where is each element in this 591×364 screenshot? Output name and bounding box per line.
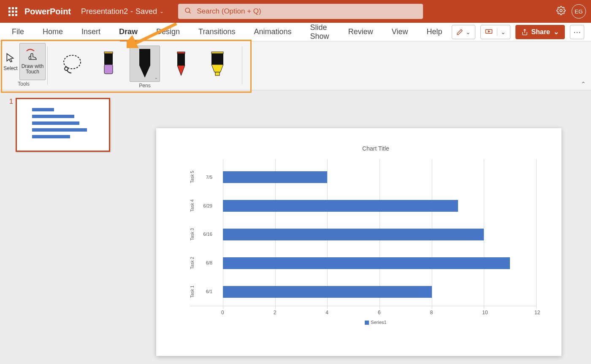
document-title[interactable]: Presentation2 - Saved ⌄ <box>81 7 164 16</box>
svg-rect-16 <box>177 54 185 65</box>
svg-rect-21 <box>215 72 220 75</box>
x-tick: 12 <box>534 310 540 315</box>
user-avatar[interactable]: EG <box>572 4 586 19</box>
workspace: 1 Chart Title Task 57/5Task 46/29Task 36… <box>0 90 591 364</box>
chart-legend: Series1 <box>215 320 536 325</box>
app-name: PowerPoint <box>24 7 71 16</box>
x-tick: 4 <box>325 310 328 315</box>
svg-marker-14 <box>139 65 150 78</box>
y-category: Task 4 <box>190 200 195 212</box>
chevron-down-icon: ⌄ <box>501 29 506 35</box>
svg-point-2 <box>560 9 562 12</box>
svg-point-8 <box>65 67 68 70</box>
chart-bar <box>223 257 510 269</box>
tools-group-label: Tools <box>18 80 30 88</box>
lasso-select-tool[interactable] <box>57 46 87 82</box>
y-category: Task 2 <box>190 257 195 269</box>
slide-thumbnail[interactable] <box>16 98 110 152</box>
svg-rect-12 <box>139 49 150 51</box>
eraser-tool[interactable] <box>93 46 124 82</box>
y-category: Task 1 <box>190 286 195 298</box>
y-subcategory: 6/1 <box>198 289 212 294</box>
select-tool[interactable]: Select <box>2 43 19 80</box>
share-button[interactable]: Share ⌄ <box>515 25 565 39</box>
svg-rect-13 <box>139 51 150 65</box>
title-bar: PowerPoint Presentation2 - Saved ⌄ Searc… <box>0 0 591 23</box>
chevron-down-icon: ⌄ <box>160 8 164 14</box>
y-category: Task 3 <box>190 228 195 240</box>
tab-draw[interactable]: Draw <box>110 23 147 41</box>
svg-marker-20 <box>211 65 223 72</box>
svg-rect-19 <box>211 54 223 65</box>
y-category: Task 5 <box>190 171 195 183</box>
slide[interactable]: Chart Title Task 57/5Task 46/29Task 36/1… <box>156 128 561 356</box>
svg-point-0 <box>185 8 190 13</box>
svg-marker-17 <box>177 65 185 75</box>
search-input[interactable]: Search (Option + Q) <box>178 4 423 19</box>
chart-title: Chart Title <box>215 145 536 152</box>
editing-mode-button[interactable]: ⌄ <box>452 25 475 39</box>
y-subcategory: 6/29 <box>198 203 212 208</box>
svg-rect-9 <box>104 52 113 54</box>
tab-view[interactable]: View <box>382 23 417 41</box>
more-options-button[interactable]: ⋯ <box>570 25 584 39</box>
pen-red[interactable] <box>166 46 196 82</box>
chevron-down-icon: ⌄ <box>466 29 471 35</box>
tab-animations[interactable]: Animations <box>244 23 301 41</box>
thumbnail-chart-preview <box>23 104 103 146</box>
chart-bar <box>223 286 432 298</box>
y-subcategory: 6/16 <box>198 232 212 237</box>
slide-canvas-area[interactable]: Chart Title Task 57/5Task 46/29Task 36/1… <box>127 90 591 364</box>
draw-with-touch-tool[interactable]: Draw with Touch <box>19 43 46 80</box>
draw-toolbar: Select Draw with Touch Tools ⌄ <box>0 41 591 90</box>
slide-thumbnail-panel: 1 <box>0 90 127 364</box>
tab-slideshow[interactable]: Slide Show <box>301 23 339 41</box>
y-subcategory: 7/5 <box>198 175 212 180</box>
x-tick: 0 <box>221 310 224 315</box>
tab-review[interactable]: Review <box>339 23 382 41</box>
settings-icon[interactable] <box>556 6 566 17</box>
tab-home[interactable]: Home <box>33 23 72 41</box>
x-tick: 8 <box>430 310 433 315</box>
tab-design[interactable]: Design <box>147 23 189 41</box>
ribbon-tabs: File Home Insert Draw Design Transitions… <box>0 23 591 41</box>
svg-rect-15 <box>177 52 185 54</box>
svg-rect-18 <box>211 52 223 54</box>
tab-help[interactable]: Help <box>417 23 452 41</box>
search-icon <box>184 7 192 16</box>
collapse-ribbon-icon[interactable]: ⌃ <box>581 81 586 87</box>
chevron-down-icon: ⌄ <box>553 28 559 36</box>
pens-group-label: Pens <box>139 82 150 89</box>
pen-black[interactable]: ⌄ <box>130 46 160 82</box>
tab-transitions[interactable]: Transitions <box>189 23 244 41</box>
x-tick: 10 <box>482 310 488 315</box>
x-tick: 2 <box>274 310 277 315</box>
x-tick: 6 <box>378 310 381 315</box>
slide-number: 1 <box>9 98 13 152</box>
chart[interactable]: Chart Title Task 57/5Task 46/29Task 36/1… <box>156 128 561 356</box>
chart-bar <box>223 171 327 183</box>
svg-line-1 <box>189 12 191 13</box>
tab-file[interactable]: File <box>3 23 33 41</box>
chevron-down-icon: ⌄ <box>155 75 158 80</box>
highlighter-yellow[interactable] <box>202 46 233 82</box>
svg-rect-11 <box>104 65 113 74</box>
app-launcher-icon[interactable] <box>8 7 17 16</box>
tab-insert[interactable]: Insert <box>72 23 110 41</box>
chart-bar <box>223 200 458 212</box>
y-subcategory: 6/8 <box>198 260 212 265</box>
present-button[interactable]: ⌄ <box>480 25 510 39</box>
chart-bar <box>223 229 484 240</box>
legend-swatch <box>365 321 369 325</box>
svg-rect-10 <box>104 54 113 65</box>
